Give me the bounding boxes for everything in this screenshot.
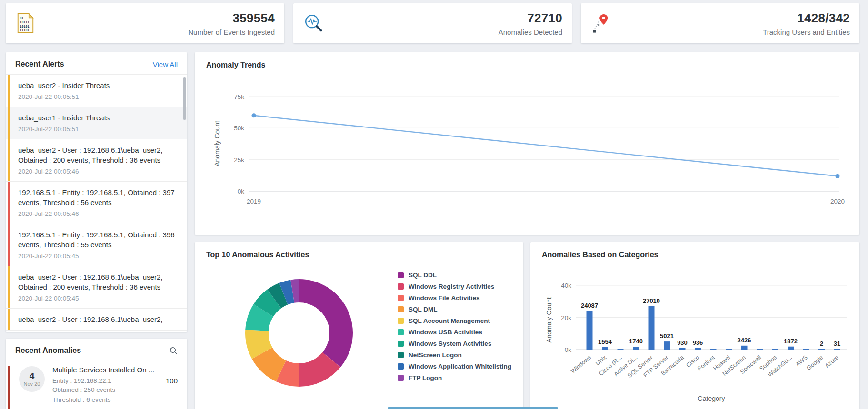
view-all-link[interactable]: View All bbox=[153, 60, 178, 68]
alert-severity-bar bbox=[8, 107, 10, 139]
legend-item[interactable]: Windows Registry Activities bbox=[398, 283, 511, 290]
category-bar[interactable] bbox=[818, 349, 825, 350]
alert-title: ueba_user1 - Insider Threats bbox=[18, 113, 176, 123]
category-bar[interactable] bbox=[726, 349, 732, 350]
svg-text:2019: 2019 bbox=[247, 198, 261, 205]
legend-label: Windows File Activities bbox=[409, 294, 479, 302]
alert-title: ueba_user2 - Insider Threats bbox=[18, 80, 176, 90]
category-bar[interactable] bbox=[788, 347, 794, 350]
svg-text:1740: 1740 bbox=[629, 338, 643, 345]
legend-item[interactable]: SQL Account Management bbox=[398, 317, 511, 324]
alert-list-item[interactable]: ueba_user2 - Insider Threats2020-Jul-22 … bbox=[6, 75, 187, 107]
svg-text:Google: Google bbox=[806, 354, 825, 372]
legend-swatch bbox=[398, 329, 404, 335]
ueba-dashboard-page: 01 10111 10101 11101 359554 Number of Ev… bbox=[0, 0, 868, 409]
category-bar[interactable] bbox=[618, 349, 624, 350]
events-ingested-label: Number of Events Ingested bbox=[188, 28, 275, 36]
top-activities-title: Top 10 Anomalous Activities bbox=[206, 251, 309, 259]
anomaly-title: Multiple Services Installed On ... bbox=[52, 365, 178, 375]
svg-text:2426: 2426 bbox=[738, 337, 751, 344]
category-bar[interactable] bbox=[602, 347, 608, 350]
trend-line bbox=[254, 116, 838, 176]
category-bar[interactable] bbox=[803, 349, 809, 350]
category-bar[interactable] bbox=[741, 346, 748, 350]
anomaly-trends-chart: 0k25k50k75k20192020Anomaly Count bbox=[206, 76, 848, 219]
category-bar[interactable] bbox=[664, 341, 670, 350]
svg-text:75k: 75k bbox=[234, 93, 244, 100]
category-bar[interactable] bbox=[633, 347, 639, 350]
legend-item[interactable]: NetScreen Logon bbox=[398, 351, 511, 359]
alert-title: ueba_user2 - User : 192.168.6.1\ueba_use… bbox=[18, 272, 176, 292]
svg-text:2020: 2020 bbox=[830, 198, 845, 205]
alerts-scrollbar-thumb[interactable] bbox=[183, 77, 186, 120]
svg-text:936: 936 bbox=[693, 339, 703, 346]
alert-list-item[interactable]: 192.168.5.1 - Entity : 192.168.5.1, Obta… bbox=[6, 182, 187, 224]
alert-list-item[interactable]: 192.168.5.1 - Entity : 192.168.5.1, Obta… bbox=[6, 224, 187, 266]
category-bar[interactable] bbox=[710, 349, 717, 350]
svg-text:930: 930 bbox=[677, 339, 688, 346]
events-ingested-value: 359554 bbox=[232, 11, 275, 26]
stat-card-anomalies-detected[interactable]: 72710 Anomalies Detected bbox=[293, 3, 572, 43]
legend-item[interactable]: Windows File Activities bbox=[398, 294, 511, 302]
legend-swatch bbox=[398, 341, 404, 347]
alert-list-item[interactable]: ueba_user2 - User : 192.168.6.1\ueba_use… bbox=[6, 309, 187, 331]
category-bar[interactable] bbox=[834, 349, 840, 350]
legend-label: Windows System Activities bbox=[409, 340, 491, 347]
legend-label: NetScreen Logon bbox=[409, 351, 462, 359]
summary-stats-row: 01 10111 10101 11101 359554 Number of Ev… bbox=[0, 0, 868, 43]
anomaly-date-month: Nov 20 bbox=[24, 381, 40, 387]
alert-title: ueba_user2 - User : 192.168.6.1\ueba_use… bbox=[18, 314, 176, 324]
legend-swatch bbox=[398, 318, 404, 324]
alert-time: 2020-Jul-22 00:05:51 bbox=[18, 126, 176, 133]
category-bar[interactable] bbox=[587, 311, 593, 350]
legend-item[interactable]: SQL DML bbox=[398, 306, 511, 313]
svg-text:10101: 10101 bbox=[20, 25, 30, 29]
right-column: Anomaly Trends 0k25k50k75k20192020Anomal… bbox=[195, 52, 859, 409]
tracking-pin-icon bbox=[590, 12, 615, 34]
anomaly-entity: Entity : 192.168.22.1 bbox=[52, 377, 111, 384]
stat-card-tracking-users-entities[interactable]: 1428/342 Tracking Users and Entities bbox=[581, 3, 859, 43]
anomalies-detected-label: Anomalies Detected bbox=[499, 28, 562, 36]
legend-item[interactable]: Windows USB Activities bbox=[398, 329, 511, 336]
legend-swatch bbox=[398, 283, 404, 290]
legend-label: SQL Account Management bbox=[409, 317, 490, 324]
anomaly-date-day: 4 bbox=[30, 371, 35, 381]
alert-list-item[interactable]: ueba_user2 - User : 192.168.6.1\ueba_use… bbox=[6, 139, 187, 182]
recent-alerts-title: Recent Alerts bbox=[15, 60, 64, 68]
legend-swatch bbox=[398, 375, 404, 381]
search-icon[interactable] bbox=[170, 347, 178, 355]
legend-item[interactable]: SQL DDL bbox=[398, 272, 511, 279]
category-bar[interactable] bbox=[757, 349, 763, 350]
svg-text:11101: 11101 bbox=[20, 29, 30, 32]
legend-item[interactable]: Windows Application Whitelisting bbox=[398, 363, 511, 370]
horizontal-scrollbar-thumb[interactable] bbox=[388, 407, 558, 409]
svg-text:25k: 25k bbox=[234, 156, 244, 164]
trend-point[interactable] bbox=[836, 174, 840, 178]
svg-text:Anomaly Count: Anomaly Count bbox=[213, 121, 221, 166]
category-bar[interactable] bbox=[679, 348, 686, 350]
category-bar[interactable] bbox=[695, 348, 701, 350]
alert-list-item[interactable]: ueba_user2 - User : 192.168.6.1\ueba_use… bbox=[6, 266, 187, 309]
legend-label: Windows Registry Activities bbox=[409, 283, 494, 290]
svg-text:0k: 0k bbox=[565, 346, 572, 353]
legend-label: SQL DDL bbox=[409, 272, 437, 279]
donut-slice-sql-ddl[interactable] bbox=[299, 279, 353, 367]
left-column: Recent Alerts View All ueba_user2 - Insi… bbox=[6, 52, 187, 409]
stat-card-events-ingested[interactable]: 01 10111 10101 11101 359554 Number of Ev… bbox=[6, 3, 284, 43]
tracking-users-label: Tracking Users and Entities bbox=[763, 28, 850, 36]
trend-point[interactable] bbox=[252, 113, 256, 117]
alert-list-item[interactable]: ueba_user1 - Insider Threats2020-Jul-22 … bbox=[6, 107, 187, 139]
svg-text:27010: 27010 bbox=[643, 297, 660, 304]
svg-text:0k: 0k bbox=[238, 188, 245, 195]
legend-label: FTP Logon bbox=[409, 374, 442, 381]
category-bar[interactable] bbox=[649, 306, 655, 350]
category-bar[interactable] bbox=[772, 349, 778, 350]
legend-item[interactable]: FTP Logon bbox=[398, 374, 511, 381]
svg-text:1872: 1872 bbox=[784, 338, 798, 345]
alert-severity-bar bbox=[8, 266, 10, 308]
svg-text:40k: 40k bbox=[561, 282, 571, 289]
svg-text:1554: 1554 bbox=[598, 338, 612, 345]
legend-item[interactable]: Windows System Activities bbox=[398, 340, 511, 347]
alert-time: 2020-Jul-22 00:05:51 bbox=[18, 93, 176, 101]
anomaly-list-item[interactable]: 4 Nov 20 Multiple Services Installed On … bbox=[6, 360, 187, 405]
